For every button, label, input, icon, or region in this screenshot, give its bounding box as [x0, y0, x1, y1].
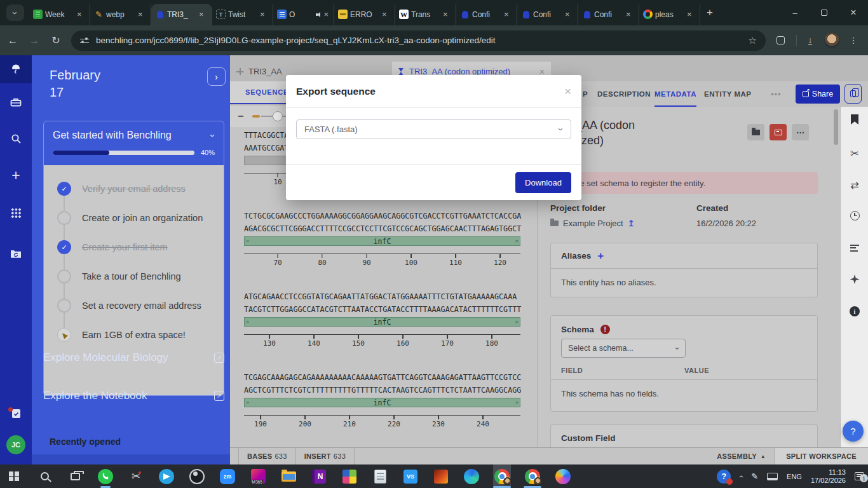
clock[interactable]: 11:13 17/02/2026	[811, 468, 846, 485]
chevron-down-icon[interactable]: ›	[208, 134, 219, 137]
browser-tab[interactable]: Confi×	[578, 4, 639, 25]
benchling-home-icon[interactable]	[0, 55, 32, 83]
browser-tab[interactable]: TTwist×	[212, 4, 273, 25]
annotation-infC[interactable]: »infC»	[244, 398, 520, 407]
top-strand[interactable]: TCTGCGCGAAGCCCTGGAAAAGGCGGAGGAAGCAGGCGTC…	[244, 212, 521, 220]
touchpad-tray-icon[interactable]	[767, 473, 778, 480]
file-explorer-icon[interactable]	[280, 464, 297, 488]
tab-entity-map[interactable]: ENTITY MAP	[704, 81, 751, 107]
close-icon[interactable]: ×	[564, 10, 571, 19]
more-tabs-icon[interactable]: •••	[771, 90, 782, 99]
matlab-icon[interactable]	[432, 464, 450, 488]
profile-avatar[interactable]	[822, 33, 841, 48]
reload-button[interactable]: ↻	[47, 32, 65, 50]
site-info-icon[interactable]	[80, 37, 89, 44]
chrome-active-icon[interactable]	[493, 464, 511, 488]
checklist-item-reward[interactable]: Earn 1GB of extra space!	[44, 320, 224, 349]
edge-icon[interactable]	[463, 464, 480, 488]
browser-tab[interactable]: WTrans×	[395, 4, 456, 25]
bookmark-icon[interactable]	[841, 114, 868, 125]
hidden-icons-chevron[interactable]: ›	[736, 475, 745, 478]
export-format-select[interactable]: FASTA (.fasta) ›	[296, 119, 571, 139]
close-icon[interactable]: ×	[381, 10, 388, 19]
folder-sync-icon[interactable]	[0, 248, 32, 259]
close-icon[interactable]: ×	[564, 85, 571, 98]
annotation-infC[interactable]: »infC»	[244, 236, 520, 246]
browser-tab-audio[interactable]: O×	[273, 4, 334, 25]
notes-lines-icon[interactable]	[841, 243, 868, 253]
top-strand[interactable]: ATGCAGAACCTCCGGTATGCAGAATTATGGACTATGGAAA…	[244, 292, 517, 301]
more-actions-button[interactable]: ⋯	[792, 124, 809, 140]
scrollbar-thumb[interactable]	[834, 109, 838, 145]
explore-notebook-link[interactable]: Explore the Notebook ↗	[43, 390, 224, 402]
assembly-button[interactable]: ASSEMBLY▲	[709, 448, 774, 465]
menu-kebab-icon[interactable]: ⋮	[844, 36, 863, 45]
telegram-icon[interactable]	[158, 464, 175, 488]
annotation-infC[interactable]: »infC»	[244, 317, 520, 327]
bookmark-star-icon[interactable]: ☆	[749, 35, 757, 46]
new-tab-button[interactable]: +	[700, 6, 719, 19]
download-button[interactable]: Download	[515, 172, 571, 193]
sparkle-icon[interactable]	[841, 274, 868, 284]
speaker-icon[interactable]	[316, 11, 322, 17]
schema-select[interactable]: Select a schema...›	[561, 339, 686, 358]
back-button[interactable]: ←	[4, 32, 22, 50]
obs-icon[interactable]	[188, 464, 206, 488]
top-strand[interactable]: TTTACGGCTA	[244, 131, 288, 140]
scissors-icon[interactable]: ✂	[841, 147, 868, 159]
chrome-secondary-icon[interactable]	[524, 464, 541, 488]
bottom-strand[interactable]: TACGTCTTGGAGGCCATACGTCTTAATACCTGATACCTTT…	[244, 305, 521, 314]
explore-molecular-biology-link[interactable]: Explore Molecular Biology ↗	[43, 351, 224, 364]
vscode-icon[interactable]: VS	[402, 464, 419, 488]
toolbox-icon[interactable]	[0, 96, 32, 108]
help-button[interactable]: ?	[843, 421, 864, 442]
top-strand[interactable]: TCGAGCAAAGAGCAGAAAAAAAAACAAAAAGTGATTCAGG…	[244, 373, 521, 382]
zoom-app-icon[interactable]: zm	[219, 464, 236, 488]
checklist-item[interactable]: ✓Create your first item	[44, 233, 224, 262]
browser-tab[interactable]: ✎webp×	[90, 4, 151, 25]
user-avatar[interactable]: NJC	[0, 435, 32, 454]
tasks-icon[interactable]	[0, 408, 32, 421]
recently-opened-item[interactable]	[32, 454, 230, 464]
close-icon[interactable]: ×	[625, 10, 632, 19]
window-maximize-button[interactable]	[810, 0, 839, 25]
split-workspace-button[interactable]: SPLIT WORKSPACE	[774, 448, 868, 465]
close-icon[interactable]: ×	[322, 10, 330, 19]
add-alias-button[interactable]: +	[597, 250, 604, 262]
forward-button[interactable]: →	[25, 32, 43, 50]
search-icon[interactable]	[0, 133, 32, 145]
create-plus-icon[interactable]: +	[0, 167, 32, 184]
checklist-item[interactable]: Create or join an organization	[44, 203, 224, 233]
whatsapp-icon[interactable]	[97, 464, 114, 488]
notepad-icon[interactable]	[371, 464, 389, 488]
browser-tab[interactable]: Confi×	[517, 4, 578, 25]
window-minimize-button[interactable]: –	[780, 0, 810, 25]
swap-icon[interactable]: ⇄	[841, 179, 868, 191]
language-indicator[interactable]: ENG	[787, 473, 802, 480]
browser-tab[interactable]: Confi×	[456, 4, 517, 25]
zoom-slider-handle[interactable]	[273, 111, 283, 121]
help-tray-icon[interactable]: ?	[717, 470, 731, 484]
tab-description[interactable]: DESCRIPTION	[597, 81, 651, 107]
history-clock-icon[interactable]	[841, 211, 868, 220]
side-panel-icon[interactable]	[771, 36, 790, 44]
move-folder-button[interactable]	[747, 124, 764, 140]
close-icon[interactable]: ×	[503, 10, 510, 19]
close-icon[interactable]: ×	[137, 10, 144, 19]
bottom-strand[interactable]: AAATGCCGAT	[244, 144, 288, 152]
tab-metadata[interactable]: METADATA	[654, 81, 696, 107]
onenote-icon[interactable]: N	[310, 464, 328, 488]
checklist-item[interactable]: ✓Verify your email address	[44, 174, 224, 203]
next-day-button[interactable]: ›	[207, 67, 226, 86]
downloads-icon[interactable]: ↓	[801, 36, 820, 45]
browser-tab[interactable]: pleas×	[639, 4, 700, 25]
paint3d-icon[interactable]	[341, 464, 358, 488]
tab-map-partial[interactable]: P	[583, 81, 588, 107]
bottom-strand[interactable]: AGACGCGCTTCGGGACCTTTTCCGCCTCCTTCGTCCGCAG…	[244, 224, 521, 233]
insert-counter[interactable]: INSERT633	[296, 448, 355, 465]
copilot-icon[interactable]	[554, 464, 572, 488]
browser-tab[interactable]: ERRO×	[334, 4, 395, 25]
checklist-item[interactable]: Set a recovery email address	[44, 291, 224, 320]
window-close-button[interactable]: ×	[839, 0, 868, 25]
close-icon[interactable]: ×	[76, 10, 83, 19]
